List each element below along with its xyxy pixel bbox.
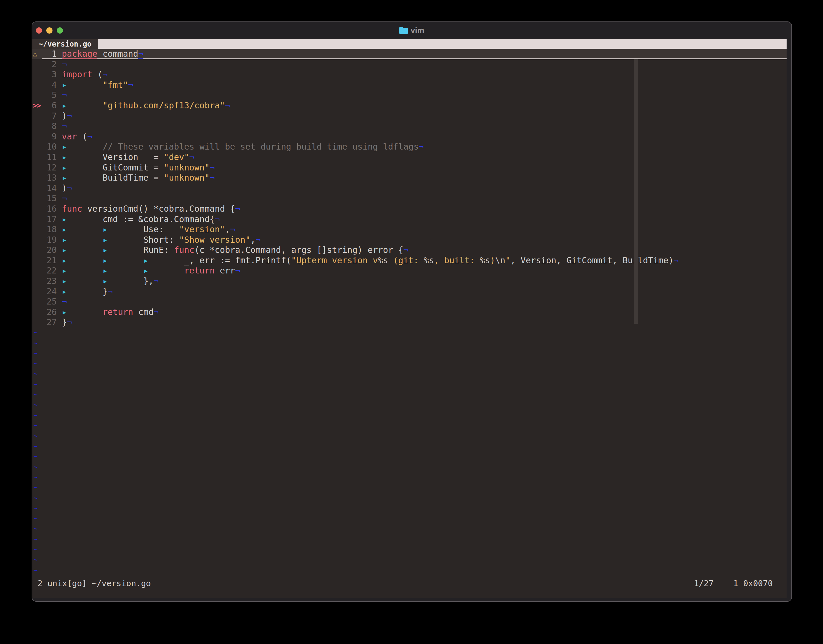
- code-text: ▸ cmd := &cobra.Command{¬: [57, 214, 786, 225]
- line-number: 7: [42, 111, 57, 121]
- gutter-sign: [32, 69, 42, 80]
- tilde-marker: ~: [32, 420, 38, 431]
- code-segment: cmd := &cobra.Command{: [103, 214, 215, 224]
- close-button[interactable]: [36, 28, 42, 34]
- line-number: 11: [42, 152, 57, 163]
- code-text: )¬: [57, 111, 786, 121]
- tab-marker-icon: ▸: [103, 235, 144, 245]
- gutter-sign: [32, 132, 42, 142]
- zoom-button[interactable]: [57, 28, 63, 34]
- change-sign-icon: >>: [32, 100, 42, 111]
- eol-marker-icon: ¬: [62, 59, 67, 69]
- line-number: 9: [42, 132, 57, 142]
- eol-marker-icon: ¬: [673, 255, 679, 265]
- line-number: 14: [42, 183, 57, 193]
- window-title-text: vim: [411, 26, 424, 35]
- code-text: package command¬: [57, 49, 786, 59]
- code-segment: _, err := fmt.Printf(: [184, 255, 291, 265]
- tilde-marker: ~: [32, 462, 38, 472]
- traffic-lights: [32, 28, 63, 34]
- terminal-content[interactable]: ~/version.go ⚠1package command¬2¬3import…: [32, 39, 786, 598]
- line-number: 10: [42, 142, 57, 152]
- status-file-info: 2 unix[go] ~/version.go: [32, 578, 694, 589]
- tilde-marker: ~: [32, 390, 38, 400]
- code-segment: (: [77, 132, 87, 141]
- scrollbar[interactable]: [634, 59, 638, 324]
- gutter-sign: [32, 265, 42, 276]
- code-segment: import: [62, 69, 92, 79]
- code-segment: "github.com/spf13/cobra": [103, 100, 225, 110]
- eol-marker-icon: ¬: [210, 163, 215, 172]
- tab-marker-icon: ▸: [62, 307, 103, 317]
- empty-buffer-line: ~: [32, 400, 786, 410]
- code-segment: \n: [495, 255, 505, 265]
- gutter-sign: [32, 121, 42, 132]
- gutter-sign: [32, 204, 42, 214]
- code-segment: func: [62, 204, 82, 214]
- code-segment: GitCommit =: [103, 163, 164, 172]
- empty-buffer-line: ~: [32, 328, 786, 338]
- window-title: vim: [32, 22, 791, 39]
- tilde-marker: ~: [32, 379, 38, 390]
- eol-marker-icon: ¬: [153, 307, 159, 317]
- code-line: 8¬: [32, 121, 786, 132]
- code-segment: ): [490, 255, 495, 265]
- code-segment: },: [143, 276, 153, 286]
- tab-marker-icon: ▸: [62, 245, 103, 255]
- tilde-marker: ~: [32, 555, 38, 565]
- line-number: 6: [42, 100, 57, 111]
- code-line: 3import (¬: [32, 69, 786, 80]
- code-segment: }: [103, 287, 108, 296]
- code-text: var (¬: [57, 132, 786, 142]
- code-segment: "version": [179, 224, 225, 234]
- titlebar[interactable]: vim: [32, 22, 791, 39]
- code-segment: ): [62, 183, 67, 193]
- code-segment: ,: [225, 224, 230, 234]
- tab-marker-icon: ▸: [143, 265, 184, 276]
- code-segment: %s: [378, 255, 388, 265]
- tilde-marker: ~: [32, 410, 38, 421]
- code-text: func versionCmd() *cobra.Command {¬: [57, 204, 786, 214]
- tab-marker-icon: ▸: [62, 152, 103, 162]
- gutter-sign: [32, 255, 42, 266]
- gutter-sign: [32, 111, 42, 121]
- line-number: 3: [42, 69, 57, 80]
- code-segment: Use:: [143, 224, 179, 234]
- line-number: 24: [42, 287, 57, 297]
- eol-marker-icon: ¬: [62, 90, 67, 100]
- code-segment: ": [505, 255, 510, 265]
- tab-version-go[interactable]: ~/version.go: [32, 39, 98, 49]
- warning-icon: ⚠: [32, 49, 42, 59]
- gutter-sign: [32, 152, 42, 163]
- tab-marker-icon: ▸: [62, 287, 103, 296]
- gutter-sign: [32, 214, 42, 225]
- empty-buffer-line: ~: [32, 472, 786, 483]
- gutter-sign: [32, 297, 42, 307]
- code-line: 18▸ ▸ Use: "version",¬: [32, 224, 786, 235]
- empty-buffer-line: ~: [32, 534, 786, 545]
- code-text: ¬: [57, 193, 786, 204]
- tab-marker-icon: ▸: [103, 255, 144, 265]
- code-line: 10▸ // These variables will be set durin…: [32, 142, 786, 152]
- code-line: 2¬: [32, 59, 786, 70]
- terminal-window: vim ~/version.go ⚠1package command¬2¬3im…: [32, 21, 792, 602]
- code-segment: (c *cobra.Command, args []string) error …: [195, 245, 404, 255]
- code-segment: versionCmd() *cobra.Command {: [82, 204, 235, 214]
- eol-marker-icon: ¬: [256, 235, 261, 245]
- tilde-marker: ~: [32, 565, 38, 576]
- code-text: import (¬: [57, 69, 786, 80]
- tab-marker-icon: ▸: [62, 80, 103, 90]
- tilde-marker: ~: [32, 359, 38, 369]
- code-segment: , Version, GitCommit, BuildTime): [510, 255, 673, 265]
- gutter-sign: [32, 193, 42, 204]
- empty-buffer-line: ~: [32, 483, 786, 493]
- minimize-button[interactable]: [46, 28, 52, 34]
- code-line: 21▸ ▸ ▸ _, err := fmt.Printf("Upterm ver…: [32, 255, 786, 266]
- code-text: ▸ Version = "dev"¬: [57, 152, 786, 163]
- gutter-sign: [32, 245, 42, 255]
- code-segment: return: [103, 307, 133, 317]
- editor-buffer[interactable]: ⚠1package command¬2¬3import (¬4▸ "fmt"¬5…: [32, 49, 786, 575]
- gutter-sign: [32, 307, 42, 317]
- code-segment: "unknown": [164, 173, 210, 182]
- tilde-marker: ~: [32, 328, 38, 338]
